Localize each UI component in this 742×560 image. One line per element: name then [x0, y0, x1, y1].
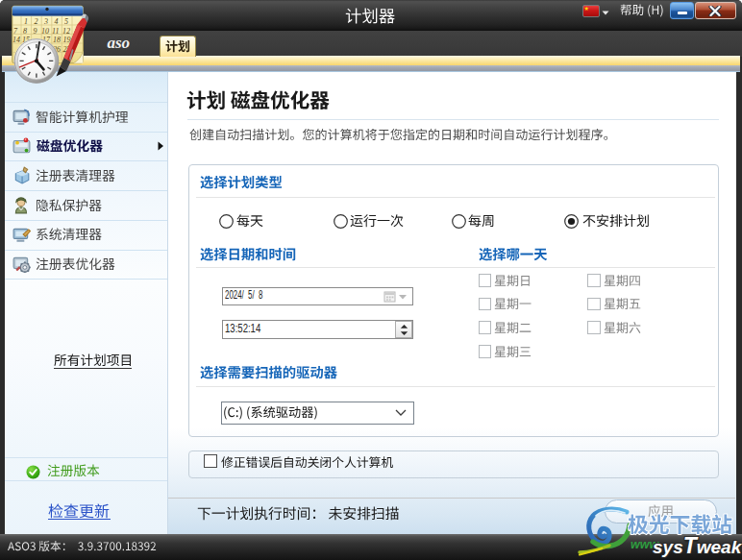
svg-text:1: 1: [24, 17, 28, 26]
svg-text:10: 10: [41, 27, 49, 36]
svg-text:19: 19: [63, 36, 71, 44]
svg-text:11: 11: [52, 27, 59, 36]
svg-text:3: 3: [43, 17, 48, 26]
svg-text:8: 8: [23, 27, 27, 36]
svg-text:18: 18: [53, 36, 61, 44]
svg-text:12: 12: [62, 27, 70, 36]
svg-text:4: 4: [55, 17, 59, 26]
svg-text:9: 9: [34, 27, 37, 36]
svg-text:2: 2: [35, 17, 38, 26]
svg-text:14: 14: [12, 36, 20, 44]
svg-text:5: 5: [64, 17, 68, 26]
